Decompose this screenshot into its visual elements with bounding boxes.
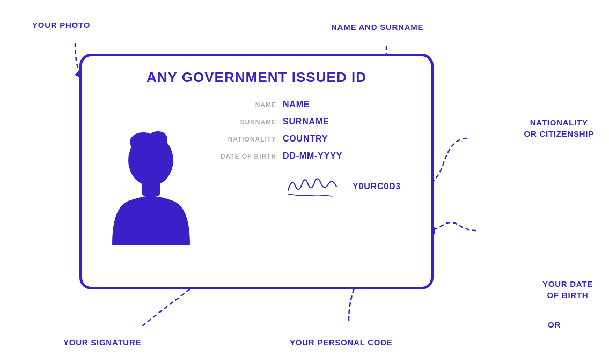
surname-field-label: SURNAME: [213, 118, 283, 126]
surname-field-row: SURNAME SURNAME: [213, 117, 416, 127]
name-surname-label: NAME AND SURNAME: [331, 23, 423, 32]
your-photo-label: YOUR PHOTO: [32, 20, 90, 29]
your-signature-label: YOUR SIGNATURE: [63, 338, 141, 347]
surname-field-value: SURNAME: [283, 117, 329, 127]
dob-field-row: DATE OF BIRTH DD-MM-YYYY: [213, 151, 416, 161]
dob-field-label: DATE OF BIRTH: [213, 153, 283, 160]
nationality-field-value: COUNTRY: [283, 134, 328, 144]
name-field-label: NAME: [213, 101, 283, 109]
dob-field-value: DD-MM-YYYY: [283, 151, 342, 161]
avatar-silhouette: [107, 127, 195, 245]
nationality-field-row: NATIONALITY COUNTRY: [213, 134, 416, 144]
nationality-citizenship-label: NATIONALITYOR CITIZENSHIP: [524, 117, 594, 139]
nationality-field-label: NATIONALITY: [213, 136, 283, 143]
name-field-row: NAME NAME: [213, 100, 416, 109]
or-label: OR: [548, 320, 561, 329]
avatar-area: [97, 95, 204, 276]
card-title: ANY GOVERNMENT ISSUED ID: [97, 69, 416, 86]
id-card: ANY GOVERNMENT ISSUED ID NAME NAME: [79, 54, 434, 289]
card-body: NAME NAME SURNAME SURNAME NATIONALITY CO…: [97, 95, 416, 276]
svg-point-3: [148, 131, 167, 146]
fields-area: NAME NAME SURNAME SURNAME NATIONALITY CO…: [213, 95, 416, 276]
your-personal-code-label: YOUR PERSONAL CODE: [290, 338, 393, 347]
personal-code-value: Y0URC0D3: [353, 182, 401, 191]
signature-svg: [284, 172, 343, 201]
your-date-of-birth-label: YOUR DATEOF BIRTH: [542, 278, 593, 301]
name-field-value: NAME: [283, 100, 310, 109]
svg-rect-4: [142, 181, 160, 196]
